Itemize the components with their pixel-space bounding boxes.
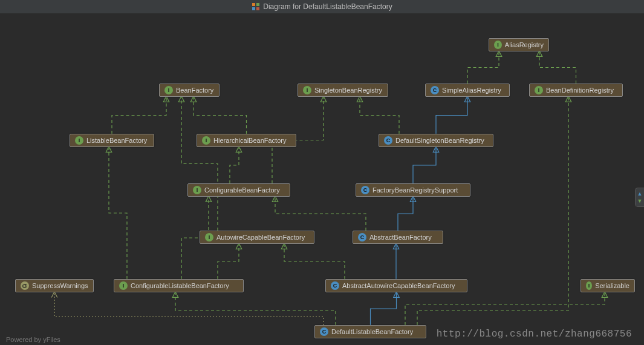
annotation-icon: @: [21, 281, 29, 290]
interface-icon: I: [535, 86, 543, 94]
edge-ConfigurableListableBeanFactory-ListableBeanFactory: [109, 147, 127, 279]
node-label: DefaultListableBeanFactory: [331, 328, 413, 335]
node-BeanFactory[interactable]: IBeanFactory: [159, 84, 220, 97]
edge-DefaultSingletonBeanRegistry-SimpleAliasRegistry: [436, 97, 467, 134]
edge-HierarchicalBeanFactory-BeanFactory: [194, 97, 247, 134]
node-ConfigurableListableBeanFactory[interactable]: IConfigurableListableBeanFactory: [114, 279, 244, 292]
class-icon: C: [361, 186, 369, 194]
interface-icon: I: [119, 281, 128, 290]
node-BeanDefinitionRegistry[interactable]: IBeanDefinitionRegistry: [529, 84, 623, 97]
arrow-up-icon: ▲: [637, 191, 643, 197]
node-AbstractAutowireCapableBeanFactory[interactable]: CAbstractAutowireCapableBeanFactory: [325, 279, 467, 292]
node-AutowireCapableBeanFactory[interactable]: IAutowireCapableBeanFactory: [200, 231, 314, 244]
class-icon: C: [384, 136, 392, 145]
node-SingletonBeanRegistry[interactable]: ISingletonBeanRegistry: [298, 84, 388, 97]
edge-ConfigurableListableBeanFactory-AutowireCapableBeanFactory: [218, 244, 239, 279]
edge-BeanDefinitionRegistry-AliasRegistry: [539, 51, 576, 84]
node-label: AutowireCapableBeanFactory: [216, 234, 305, 241]
node-AbstractBeanFactory[interactable]: CAbstractBeanFactory: [353, 231, 443, 244]
edge-ConfigurableBeanFactory-HierarchicalBeanFactory: [230, 147, 239, 183]
interface-icon: I: [202, 136, 210, 145]
interface-icon: I: [193, 186, 201, 194]
node-ConfigurableBeanFactory[interactable]: IConfigurableBeanFactory: [187, 183, 290, 197]
edge-FactoryBeanRegistrySupport-DefaultSingletonBeanRegistry: [413, 147, 436, 183]
svg-rect-3: [256, 7, 259, 10]
node-HierarchicalBeanFactory[interactable]: IHierarchicalBeanFactory: [197, 134, 296, 147]
footer-credit: Powered by yFiles: [6, 336, 60, 343]
edge-AbstractBeanFactory-ConfigurableBeanFactory: [275, 197, 366, 231]
edge-DefaultListableBeanFactory-AbstractAutowireCapableBeanFactory: [371, 292, 397, 325]
edge-DefaultSingletonBeanRegistry-SingletonBeanRegistry: [360, 97, 399, 134]
watermark-text: http://blog.csdn.net/zhang668756: [437, 329, 632, 340]
svg-rect-0: [252, 3, 255, 6]
node-label: HierarchicalBeanFactory: [213, 137, 286, 144]
edge-DefaultListableBeanFactory-ConfigurableListableBeanFactory: [175, 292, 336, 325]
node-label: FactoryBeanRegistrySupport: [372, 186, 458, 194]
edge-AbstractAutowireCapableBeanFactory-AutowireCapableBeanFactory: [284, 244, 345, 279]
node-label: Serializable: [595, 282, 629, 289]
node-SuppressWarnings[interactable]: @SuppressWarnings: [15, 279, 94, 292]
svg-rect-1: [256, 3, 259, 6]
node-label: BeanFactory: [176, 87, 213, 94]
edge-DefaultListableBeanFactory-SuppressWarnings: [54, 292, 324, 325]
window-titlebar: Diagram for DefaultListableBeanFactory: [0, 0, 644, 14]
edge-SimpleAliasRegistry-AliasRegistry: [467, 51, 499, 84]
node-AliasRegistry[interactable]: IAliasRegistry: [489, 38, 549, 51]
class-icon: C: [331, 281, 339, 290]
side-handle[interactable]: ▲ ▼: [635, 188, 644, 207]
interface-icon: I: [75, 136, 83, 145]
node-FactoryBeanRegistrySupport[interactable]: CFactoryBeanRegistrySupport: [356, 183, 470, 197]
node-label: DefaultSingletonBeanRegistry: [395, 137, 484, 144]
interface-icon: I: [164, 86, 173, 94]
node-DefaultListableBeanFactory[interactable]: CDefaultListableBeanFactory: [314, 325, 426, 338]
node-label: SingletonBeanRegistry: [314, 87, 382, 94]
diagram-canvas[interactable]: IAliasRegistryIBeanFactoryISingletonBean…: [0, 14, 644, 345]
edges-layer: [0, 14, 644, 345]
node-label: SimpleAliasRegistry: [442, 87, 501, 94]
node-label: AbstractAutowireCapableBeanFactory: [342, 282, 455, 289]
node-label: AbstractBeanFactory: [369, 234, 432, 241]
diagram-icon: [252, 2, 260, 11]
class-icon: C: [320, 327, 328, 336]
node-ListableBeanFactory[interactable]: IListableBeanFactory: [70, 134, 154, 147]
node-DefaultSingletonBeanRegistry[interactable]: CDefaultSingletonBeanRegistry: [379, 134, 493, 147]
edge-ListableBeanFactory-BeanFactory: [112, 97, 166, 134]
interface-icon: I: [586, 281, 592, 290]
node-label: ListableBeanFactory: [86, 137, 147, 144]
edge-AutowireCapableBeanFactory-BeanFactory: [181, 97, 218, 231]
class-icon: C: [431, 86, 439, 94]
interface-icon: I: [494, 41, 502, 49]
edge-AbstractBeanFactory-FactoryBeanRegistrySupport: [398, 197, 413, 231]
edge-DefaultListableBeanFactory-Serializable: [405, 292, 605, 325]
node-Serializable[interactable]: ISerializable: [581, 279, 635, 292]
node-label: ConfigurableListableBeanFactory: [131, 282, 229, 289]
window-title: Diagram for DefaultListableBeanFactory: [263, 2, 392, 11]
interface-icon: I: [303, 86, 311, 94]
class-icon: C: [358, 233, 366, 242]
arrow-down-icon: ▼: [637, 198, 643, 204]
node-label: AliasRegistry: [505, 41, 544, 48]
svg-rect-2: [252, 7, 255, 10]
interface-icon: I: [205, 233, 213, 242]
node-label: SuppressWarnings: [32, 282, 88, 289]
node-label: ConfigurableBeanFactory: [204, 186, 280, 194]
node-label: BeanDefinitionRegistry: [546, 87, 614, 94]
node-SimpleAliasRegistry[interactable]: CSimpleAliasRegistry: [425, 84, 510, 97]
